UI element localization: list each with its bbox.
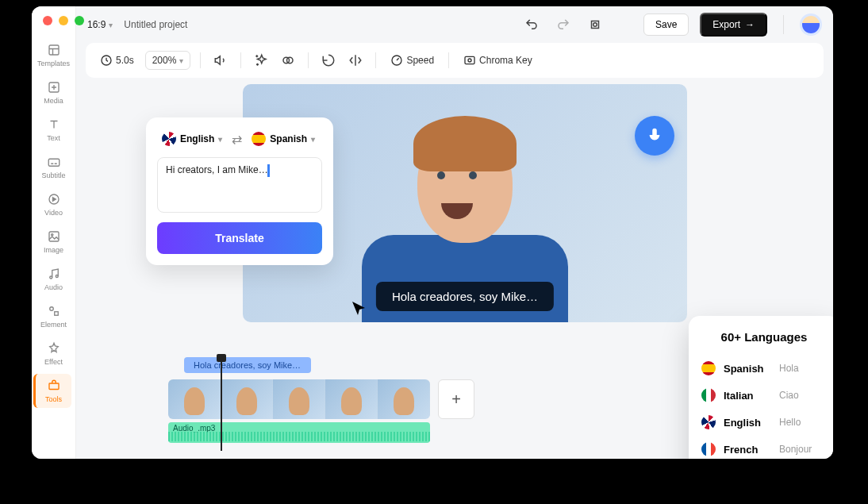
duration-display[interactable]: 5.0s <box>95 51 139 70</box>
microphone-icon <box>646 127 663 144</box>
undo-button[interactable] <box>521 14 542 35</box>
sidebar-item-element[interactable]: Element <box>35 299 73 333</box>
zoom-selector[interactable]: 200%▾ <box>145 51 191 70</box>
swap-languages-button[interactable]: ⇄ <box>232 132 242 147</box>
close-window[interactable] <box>43 16 52 25</box>
lang-greeting: Ciao <box>779 390 799 401</box>
sidebar-item-templates[interactable]: Templates <box>35 38 73 72</box>
caption-clip[interactable]: Hola creadores, soy Mike… <box>184 357 311 373</box>
it-flag-icon <box>701 388 716 402</box>
audio-icon <box>47 267 61 281</box>
templates-icon <box>47 43 61 57</box>
rotate-button[interactable] <box>318 50 339 71</box>
lang-greeting: Hello <box>779 417 801 428</box>
translate-panel: English ▾ ⇄ Spanish ▾ Hi creators, I am … <box>146 117 333 265</box>
video-clip[interactable] <box>168 379 430 419</box>
minimize-window[interactable] <box>59 16 68 25</box>
sidebar-item-media[interactable]: Media <box>35 75 73 110</box>
chevron-down-icon: ▾ <box>218 135 222 144</box>
sidebar-label: Media <box>44 97 63 105</box>
language-item-french[interactable]: FrenchBonjour <box>701 436 827 459</box>
language-item-italian[interactable]: ItalianCiao <box>701 382 827 409</box>
duration-value: 5.0s <box>116 55 134 66</box>
zoom-value: 200% <box>152 55 177 66</box>
sidebar-item-image[interactable]: Image <box>35 225 73 259</box>
languages-title: 60+ Languages <box>701 330 827 344</box>
chevron-down-icon: ▾ <box>179 56 183 65</box>
target-language-selector[interactable]: Spanish ▾ <box>247 129 320 149</box>
aspect-ratio-selector[interactable]: 16:9 ▾ <box>87 19 113 30</box>
translate-button[interactable]: Translate <box>157 222 322 254</box>
sidebar-item-tools[interactable]: Tools <box>33 374 71 408</box>
cursor-icon <box>349 300 368 319</box>
video-icon <box>47 192 61 206</box>
maximize-window[interactable] <box>75 16 84 25</box>
es-flag-icon <box>701 361 716 375</box>
sidebar-item-text[interactable]: Text <box>35 113 73 147</box>
lang-name: Italian <box>724 390 771 402</box>
speed-button[interactable]: Speed <box>386 51 439 70</box>
flip-button[interactable] <box>345 50 366 71</box>
chevron-down-icon: ▾ <box>311 135 315 144</box>
effect-icon <box>47 341 61 356</box>
svg-rect-10 <box>49 383 59 390</box>
save-button[interactable]: Save <box>643 13 689 36</box>
svg-point-7 <box>56 275 58 278</box>
microphone-button[interactable] <box>635 116 674 156</box>
crop-button[interactable] <box>585 14 605 35</box>
svg-rect-11 <box>591 21 598 29</box>
uk-flag-icon <box>701 415 716 429</box>
text-icon <box>47 117 61 132</box>
project-title[interactable]: Untitled project <box>124 19 187 30</box>
lang-name: French <box>724 444 771 456</box>
aspect-value: 16:9 <box>87 19 106 30</box>
svg-point-5 <box>51 234 52 236</box>
subtitle-icon <box>47 155 61 169</box>
chroma-label: Chroma Key <box>479 55 532 66</box>
top-bar: 16:9 ▾ Untitled project Save Export→ <box>76 6 833 43</box>
playhead[interactable] <box>221 356 222 451</box>
translate-text-input[interactable]: Hi creators, I am Mike… <box>157 157 322 213</box>
svg-point-8 <box>49 307 53 311</box>
color-button[interactable] <box>278 50 298 71</box>
left-sidebar: Templates Media Text Subtitle Video Imag… <box>32 6 76 459</box>
sidebar-label: Effect <box>44 358 63 366</box>
language-item-spanish[interactable]: SpanishHola <box>701 355 827 382</box>
element-icon <box>47 304 61 318</box>
chroma-key-button[interactable]: Chroma Key <box>459 51 537 70</box>
sidebar-label: Audio <box>44 283 63 291</box>
window-controls <box>43 16 84 25</box>
user-avatar[interactable] <box>800 13 822 36</box>
subtitle-overlay: Hola creadores, soy Mike… <box>376 282 554 311</box>
sidebar-label: Video <box>44 209 63 217</box>
source-language-selector[interactable]: English ▾ <box>157 129 227 149</box>
editor-toolbar: 5.0s 200%▾ Speed Chroma Key <box>86 43 824 78</box>
sidebar-item-effect[interactable]: Effect <box>35 337 73 371</box>
audio-clip[interactable]: Audio_.mp3 <box>168 422 430 443</box>
svg-rect-4 <box>49 232 59 241</box>
redo-button[interactable] <box>553 14 574 35</box>
fr-flag-icon <box>701 442 716 456</box>
sidebar-label: Element <box>40 321 67 329</box>
volume-button[interactable] <box>210 50 231 71</box>
svg-point-6 <box>49 276 52 279</box>
svg-point-12 <box>593 23 597 27</box>
add-clip-button[interactable]: + <box>438 379 474 419</box>
svg-rect-0 <box>49 45 59 55</box>
export-label: Export <box>712 19 740 30</box>
target-lang-label: Spanish <box>270 133 307 144</box>
sidebar-label: Subtitle <box>41 171 65 179</box>
app-window: Templates Media Text Subtitle Video Imag… <box>32 6 833 459</box>
languages-panel: 60+ Languages SpanishHolaItalianCiaoEngl… <box>689 316 833 459</box>
sidebar-item-audio[interactable]: Audio <box>35 262 73 296</box>
sidebar-item-subtitle[interactable]: Subtitle <box>35 150 73 184</box>
sidebar-item-video[interactable]: Video <box>35 187 73 221</box>
svg-rect-2 <box>48 159 60 166</box>
lang-name: Spanish <box>724 363 771 375</box>
input-text-value: Hi creators, I am Mike… <box>166 164 268 175</box>
svg-rect-9 <box>54 312 58 316</box>
export-button[interactable]: Export→ <box>700 13 767 37</box>
source-lang-label: English <box>180 133 214 144</box>
enhance-button[interactable] <box>251 50 271 71</box>
language-item-english[interactable]: EnglishHello <box>701 409 827 436</box>
